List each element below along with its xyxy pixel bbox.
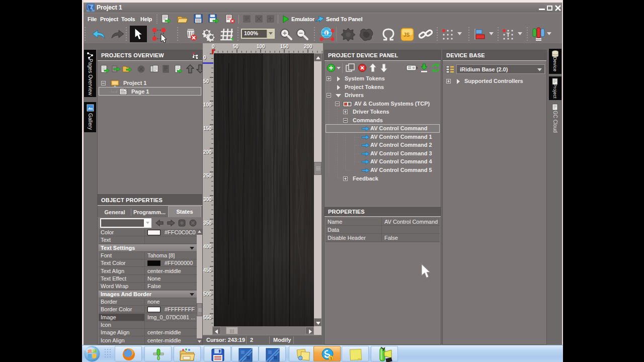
svg-text:JS: JS (404, 32, 410, 38)
svg-text:i: i (326, 31, 327, 36)
svg-text:T: T (507, 32, 510, 38)
svg-text:$: $ (330, 356, 332, 360)
